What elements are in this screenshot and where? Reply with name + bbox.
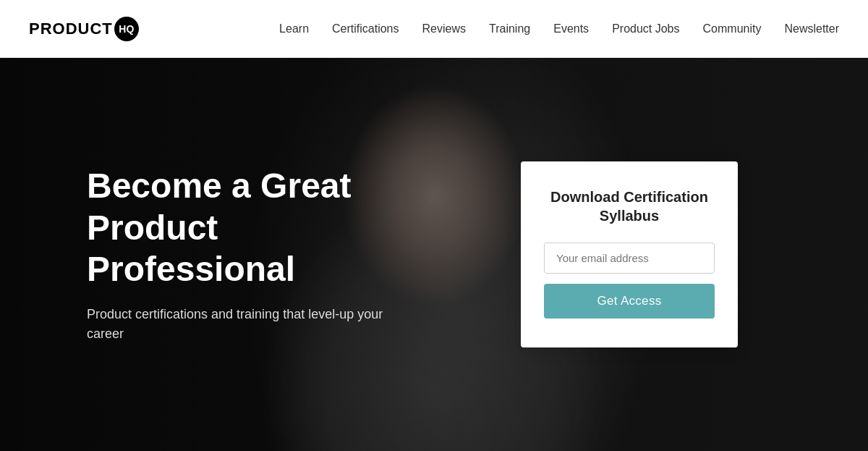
site-logo[interactable]: PRODUCT HQ: [29, 17, 139, 41]
nav-item-reviews[interactable]: Reviews: [422, 22, 466, 35]
nav-item-events[interactable]: Events: [553, 22, 589, 35]
hero-section: Become a Great Product Professional Prod…: [0, 58, 868, 451]
get-access-button[interactable]: Get Access: [544, 284, 715, 319]
nav-item-certifications[interactable]: Certifications: [332, 22, 399, 35]
nav-item-learn[interactable]: Learn: [279, 22, 309, 35]
download-card: Download Certification Syllabus Get Acce…: [521, 161, 738, 347]
logo-text: PRODUCT: [29, 20, 113, 38]
logo-badge: HQ: [114, 17, 139, 41]
hero-title: Become a Great Product Professional: [87, 165, 434, 290]
card-title: Download Certification Syllabus: [544, 187, 715, 225]
nav-item-training[interactable]: Training: [489, 22, 530, 35]
site-header: PRODUCT HQ Learn Certifications Reviews …: [0, 0, 868, 58]
nav-item-community[interactable]: Community: [703, 22, 762, 35]
hero-content: Become a Great Product Professional Prod…: [0, 165, 521, 344]
hero-subtitle: Product certifications and training that…: [87, 305, 391, 344]
main-nav: Learn Certifications Reviews Training Ev…: [279, 22, 839, 35]
nav-item-product-jobs[interactable]: Product Jobs: [612, 22, 679, 35]
email-input[interactable]: [544, 243, 715, 274]
nav-item-newsletter[interactable]: Newsletter: [784, 22, 839, 35]
